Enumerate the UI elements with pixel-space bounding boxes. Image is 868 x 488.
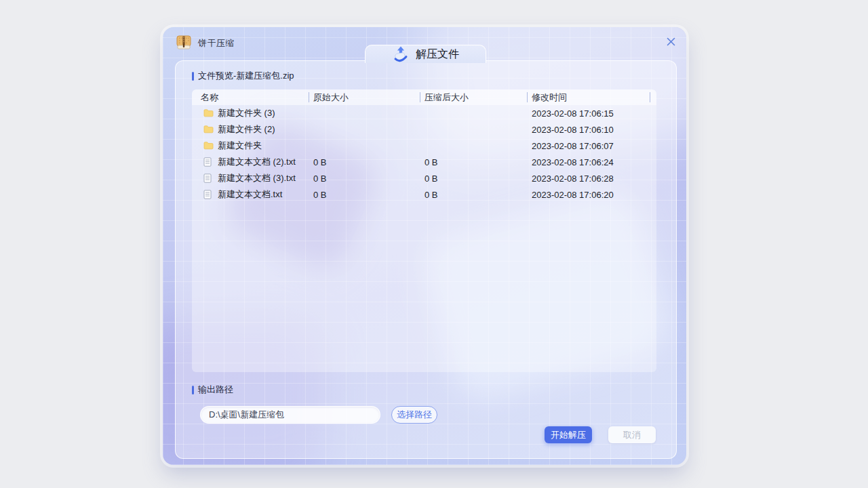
table-row[interactable]: 新建文本文档 (2).txt 0 B 0 B 2023-02-08 17:06:… [192,154,656,170]
compressed-size-value: 0 B [420,157,527,167]
modified-time-value: 2023-02-08 17:06:15 [527,108,650,119]
extract-icon [392,45,410,63]
modified-time-value: 2023-02-08 17:06:24 [527,157,650,167]
modified-time-value: 2023-02-08 17:06:20 [527,190,650,200]
file-icon [203,157,214,167]
table-row[interactable]: 新建文件夹 2023-02-08 17:06:07 [192,138,656,154]
modified-time-value: 2023-02-08 17:06:07 [527,141,650,151]
tab-extract-files[interactable]: 解压文件 [365,45,486,63]
output-path-title: 输出路径 [198,384,233,396]
folder-icon [203,108,214,118]
column-header-original-size[interactable]: 原始大小 [309,89,420,105]
accent-bar [192,72,194,81]
file-name: 新建文本文档.txt [218,188,282,201]
modified-time-value: 2023-02-08 17:06:10 [527,125,650,135]
column-header-modified-time[interactable]: 修改时间 [527,89,650,105]
app-window: 饼干压缩 解压文件 文件预览-新建压缩包.zip 名称 原始 [163,27,686,465]
original-size-value: 0 B [309,157,420,167]
app-logo-cookie-zip-icon [174,33,193,52]
table-row[interactable]: 新建文本文档 (3).txt 0 B 0 B 2023-02-08 17:06:… [192,170,656,186]
file-name: 新建文本文档 (3).txt [218,172,296,184]
folder-icon [203,141,214,150]
close-icon[interactable] [664,35,677,48]
compressed-size-value: 0 B [420,174,527,184]
file-icon [203,190,214,199]
table-row[interactable]: 新建文本文档.txt 0 B 0 B 2023-02-08 17:06:20 [192,186,656,203]
folder-icon [203,125,214,134]
file-icon [203,174,214,183]
original-size-value: 0 B [309,190,420,200]
content-panel: 文件预览-新建压缩包.zip 名称 原始大小 压缩后大小 修改时间 [175,60,677,459]
column-header-compressed-size[interactable]: 压缩后大小 [420,89,527,105]
output-path-input[interactable] [200,406,380,424]
table-body: 新建文件夹 (3) 2023-02-08 17:06:15 新建文件夹 (2) [192,105,656,203]
file-preview-section-title: 文件预览-新建压缩包.zip [192,70,294,82]
file-name: 新建文件夹 (2) [218,123,275,136]
accent-bar [192,386,194,394]
cancel-button[interactable]: 取消 [608,426,656,443]
window-title: 饼干压缩 [198,37,235,49]
start-extract-button[interactable]: 开始解压 [545,426,592,443]
output-path-section-title: 输出路径 [192,384,233,396]
original-size-value: 0 B [309,174,420,184]
file-name: 新建文件夹 (3) [218,107,275,119]
file-name: 新建文本文档 (2).txt [218,156,296,168]
column-header-name[interactable]: 名称 [192,89,309,105]
compressed-size-value: 0 B [420,190,527,200]
table-row[interactable]: 新建文件夹 (2) 2023-02-08 17:06:10 [192,121,656,138]
modified-time-value: 2023-02-08 17:06:28 [527,174,650,184]
file-preview-title: 文件预览-新建压缩包.zip [198,70,294,82]
tab-extract-label: 解压文件 [416,47,459,62]
archive-file-table: 名称 原始大小 压缩后大小 修改时间 新建文件 [192,89,656,372]
table-header-row: 名称 原始大小 压缩后大小 修改时间 [192,89,656,105]
file-name: 新建文件夹 [218,140,262,152]
column-header-gutter [650,89,656,105]
choose-path-button[interactable]: 选择路径 [391,406,437,424]
table-row[interactable]: 新建文件夹 (3) 2023-02-08 17:06:15 [192,105,656,121]
